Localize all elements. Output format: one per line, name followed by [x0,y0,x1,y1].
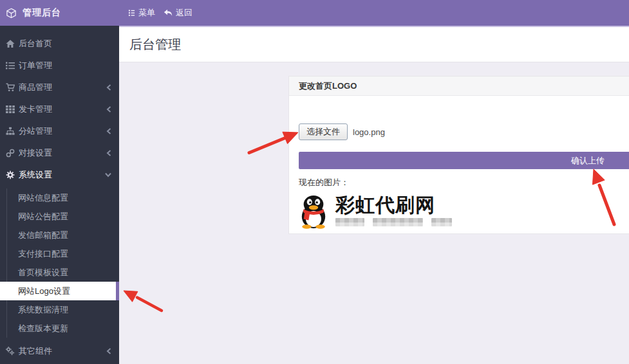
chevron-left-icon [106,150,111,156]
sidebar-item-label: 后台首页 [19,38,52,50]
list-icon [5,61,15,71]
sidebar-item-products[interactable]: 商品管理 [0,77,119,98]
link-icon [5,149,15,158]
sidebar-item-label: 其它组件 [19,345,52,357]
choose-file-button[interactable]: 选择文件 [299,123,348,140]
sidebar-item-label: 分站管理 [19,125,52,137]
submenu-item-mail[interactable]: 发信邮箱配置 [0,226,119,244]
system-submenu-wrap: 网站信息配置 网站公告配置 发信邮箱配置 支付接口配置 首页模板设置 网站Log… [0,186,119,340]
card-body: 选择文件 logo.png 确认上传 现在的图片： [289,96,629,233]
sidebar-item-label: 发卡管理 [19,104,52,115]
submenu-item-template[interactable]: 首页模板设置 [0,263,119,282]
cube-icon [6,8,17,19]
cart-icon [5,83,15,93]
chevron-left-icon [106,348,111,354]
sidebar-item-integration[interactable]: 对接设置 [0,142,119,164]
sidebar-item-label: 系统设置 [19,169,52,181]
chevron-left-icon [106,106,111,113]
sidebar-item-label: 商品管理 [19,82,52,93]
sidebar: 后台首页 订单管理 [0,26,119,364]
current-logo-image: 彩虹代刷网 [299,194,629,229]
sidebar-item-system-settings[interactable]: 系统设置 [0,164,119,186]
submenu-item-announcement[interactable]: 网站公告配置 [0,207,119,226]
back-label: 返回 [176,7,192,19]
confirm-upload-button[interactable]: 确认上传 [299,152,629,169]
chevron-left-icon [106,128,111,134]
sidebar-item-cards[interactable]: 发卡管理 [0,98,119,120]
reply-arrow-icon [164,9,173,17]
sidebar-item-substations[interactable]: 分站管理 [0,120,119,142]
chevron-down-icon [105,172,111,177]
sidebar-item-orders[interactable]: 订单管理 [0,55,119,77]
submenu-item-logo-settings[interactable]: 网站Logo设置 [0,282,119,300]
topbar: 管理后台 菜单 返回 [0,0,629,26]
sidebar-item-dashboard[interactable]: 后台首页 [0,33,119,55]
main-layout: 后台首页 订单管理 [0,26,629,364]
sidebar-item-label: 订单管理 [19,60,52,71]
content-header: 后台管理 [119,26,629,62]
grid-icon [5,105,15,114]
home-icon [5,39,15,49]
selected-file-name: logo.png [353,127,385,137]
brand: 管理后台 [0,7,119,19]
current-image-label: 现在的图片： [299,177,629,188]
logo-text-column: 彩虹代刷网 [335,194,452,226]
censored-block [373,218,423,226]
submenu-item-payment[interactable]: 支付接口配置 [0,244,119,263]
file-input-row: 选择文件 logo.png [299,124,629,140]
sidebar-item-other-components[interactable]: 其它组件 [0,340,119,362]
back-button[interactable]: 返回 [164,7,192,19]
upload-button-label: 确认上传 [571,155,605,167]
censored-text-row [335,218,452,226]
qq-penguin-icon [299,194,328,229]
submenu-item-site-info[interactable]: 网站信息配置 [0,188,119,207]
page-title: 后台管理 [129,36,181,53]
menu-button[interactable]: 菜单 [128,7,155,19]
card-header: 更改首页LOGO [289,77,629,96]
content-area: 后台管理 更改首页LOGO 选择文件 logo.png 确认上传 现在的图片： [119,26,629,364]
system-submenu: 网站信息配置 网站公告配置 发信邮箱配置 支付接口配置 首页模板设置 网站Log… [0,186,119,340]
topbar-nav: 菜单 返回 [128,7,201,19]
gears-icon [5,347,15,356]
gear-icon [5,170,15,180]
censored-block [335,218,364,226]
sidebar-item-label: 对接设置 [19,147,52,159]
submenu-item-data-cleanup[interactable]: 系统数据清理 [0,300,119,319]
submenu-item-version-check[interactable]: 检查版本更新 [0,319,119,338]
censored-block [431,218,452,226]
logo-site-name: 彩虹代刷网 [335,194,452,216]
menu-list-icon [128,9,135,17]
logo-settings-card: 更改首页LOGO 选择文件 logo.png 确认上传 现在的图片： [288,76,629,234]
sidebar-menu: 后台首页 订单管理 [0,26,119,362]
chevron-left-icon [106,84,111,91]
brand-title: 管理后台 [23,7,61,19]
app-root: 管理后台 菜单 返回 [0,0,629,364]
sitemap-icon [5,127,15,136]
menu-label: 菜单 [138,7,155,19]
